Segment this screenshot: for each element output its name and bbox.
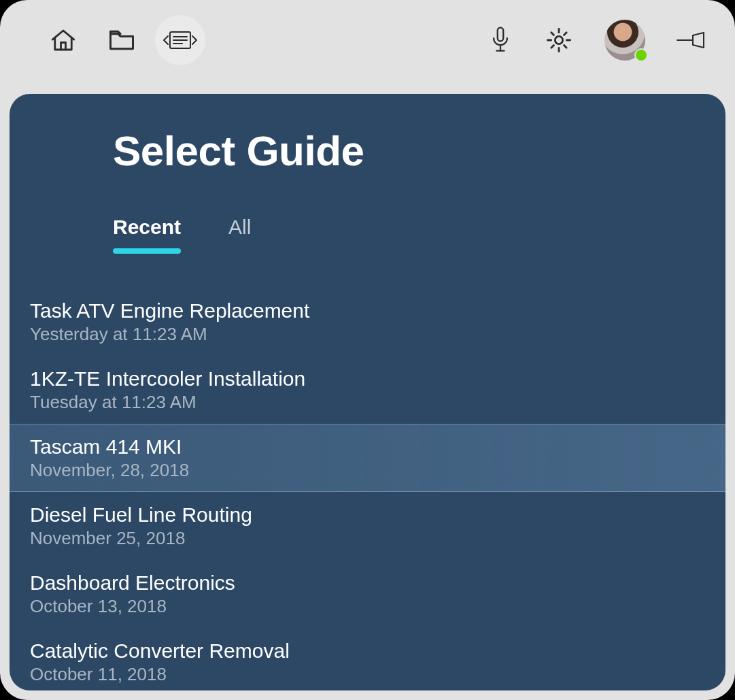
guide-name: Diesel Fuel Line Routing — [30, 503, 252, 527]
list-item[interactable]: Diesel Fuel Line Routing November 25, 20… — [10, 492, 725, 560]
presence-online-indicator — [634, 48, 648, 62]
home-icon — [49, 26, 78, 54]
list-item[interactable]: Catalytic Converter Removal October 11, … — [10, 628, 725, 690]
home-button[interactable] — [38, 15, 88, 65]
pin-button[interactable] — [666, 15, 716, 65]
guide-meta: November, 28, 2018 — [30, 460, 189, 481]
tabs: Recent All — [92, 216, 725, 247]
list-item[interactable]: Dashboard Electronics October 13, 2018 — [10, 560, 725, 628]
guide-meta: Tuesday at 11:23 AM — [30, 392, 305, 413]
guide-meta: October 11, 2018 — [30, 664, 290, 685]
pin-icon — [675, 30, 706, 50]
avatar[interactable] — [604, 20, 645, 61]
toolbar — [0, 0, 735, 80]
guide-name: Tascam 414 MKI — [30, 435, 189, 459]
page-title: Select Guide — [92, 127, 725, 175]
guide-meta: November 25, 2018 — [30, 528, 252, 549]
guide-name: Catalytic Converter Removal — [30, 639, 290, 663]
settings-button[interactable] — [534, 15, 584, 65]
list-item[interactable]: 1KZ-TE Intercooler Installation Tuesday … — [10, 356, 725, 424]
guide-name: Dashboard Electronics — [30, 571, 235, 595]
tab-all[interactable]: All — [228, 216, 251, 247]
svg-rect-4 — [498, 28, 504, 41]
app-window: Select Guide Recent All Task ATV Engine … — [0, 0, 735, 700]
folder-button[interactable] — [97, 15, 147, 65]
guide-name: 1KZ-TE Intercooler Installation — [30, 367, 305, 390]
guide-meta: Yesterday at 11:23 AM — [30, 324, 309, 345]
svg-point-7 — [555, 36, 562, 44]
list-item[interactable]: Tascam 414 MKI November, 28, 2018 — [10, 424, 725, 492]
guide-name: Task ATV Engine Replacement — [30, 299, 309, 322]
main-panel: Select Guide Recent All Task ATV Engine … — [10, 94, 725, 690]
list-item[interactable]: Task ATV Engine Replacement Yesterday at… — [10, 288, 725, 356]
folder-icon — [107, 25, 137, 55]
svg-marker-10 — [693, 33, 704, 48]
microphone-button[interactable] — [475, 15, 526, 65]
tab-label: Recent — [113, 216, 181, 238]
tab-recent[interactable]: Recent — [113, 216, 181, 247]
guide-list: Task ATV Engine Replacement Yesterday at… — [10, 288, 725, 690]
card-outline-icon — [162, 28, 199, 52]
tab-label: All — [228, 216, 251, 238]
card-button[interactable] — [155, 15, 205, 65]
gear-icon — [545, 26, 573, 54]
microphone-icon — [489, 25, 512, 55]
guide-meta: October 13, 2018 — [30, 596, 235, 617]
